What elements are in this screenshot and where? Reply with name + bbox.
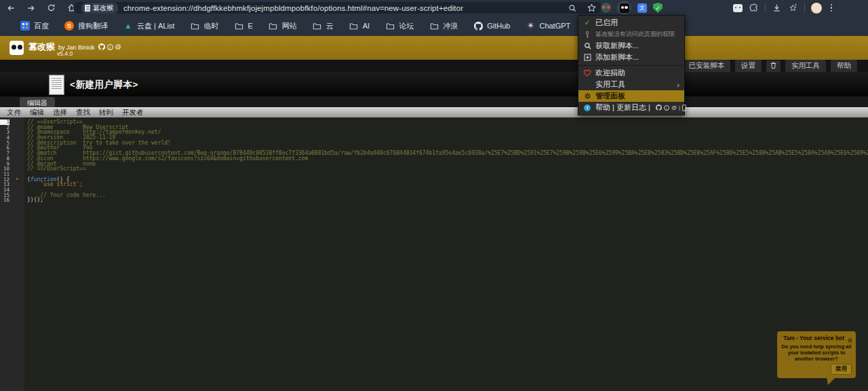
folder-icon <box>385 21 395 31</box>
editor-menu-查找[interactable]: 查找 <box>76 108 90 117</box>
folder-icon <box>313 21 322 31</box>
bookmark-item[interactable]: 论坛 <box>385 21 414 31</box>
nav-icons <box>5 0 77 16</box>
fold-margin <box>9 135 24 141</box>
code-editor[interactable]: 1// ==UserScript==2// @name New Userscri… <box>0 117 868 391</box>
menu-item-label: 欢迎捐助 <box>595 68 625 78</box>
bookmark-item[interactable]: 临时 <box>190 21 218 31</box>
editor-menu-选择[interactable]: 选择 <box>53 108 67 117</box>
tab-installed-scripts[interactable]: 已安装脚本 <box>683 60 731 72</box>
script-thumbnail-icon <box>49 75 64 95</box>
bookmark-item[interactable]: E <box>234 21 252 31</box>
code-line[interactable]: 11 <box>0 172 868 177</box>
fold-margin <box>9 156 24 162</box>
popup-disable-button[interactable]: 禁用 <box>831 364 852 375</box>
menu-item-add-new-script[interactable]: 添加新脚本... <box>578 52 684 63</box>
site-chip-label: 篡改猴 <box>93 3 113 13</box>
baidu-icon <box>20 21 30 31</box>
at-icon[interactable]: @ <box>115 43 121 50</box>
menu-item-help[interactable]: i帮助 | 更新日志 |i@| <box>578 102 684 113</box>
collections-star-icon[interactable] <box>788 3 798 13</box>
menu-item-label: 添加新脚本... <box>595 52 639 62</box>
bookmark-item[interactable]: ✳ChatGPT <box>526 21 570 31</box>
bookmark-star-icon[interactable] <box>587 3 597 13</box>
bookmark-item[interactable]: S搜狗翻译 <box>64 21 108 31</box>
bookmark-item[interactable]: 网站 <box>269 21 297 31</box>
menu-item-dashboard[interactable]: 管理面板 <box>578 90 684 102</box>
fold-margin <box>9 193 24 198</box>
code-line[interactable]: 13 'use strict'; <box>0 182 868 187</box>
shield-extension-icon[interactable]: ✓ <box>653 3 663 13</box>
menu-item-donate[interactable]: 欢迎捐助 <box>578 67 684 79</box>
info-circle-icon[interactable]: i <box>664 105 669 111</box>
page-tabs: 已安装脚本设置实用工具帮助 <box>668 60 858 72</box>
bookmark-label: 云盘 | AList <box>137 21 174 31</box>
popup-body: Do you need help syncing all your instal… <box>781 343 852 362</box>
line-number: 16 <box>0 198 9 203</box>
menu-item-label: 已启用 <box>595 18 618 28</box>
footer-link-icons[interactable]: i@| <box>656 105 686 111</box>
menu-item-label: 获取新脚本... <box>595 41 639 51</box>
avatar[interactable] <box>811 3 822 14</box>
menu-item-get-new-scripts[interactable]: 获取新脚本... <box>578 40 684 52</box>
code-line[interactable]: 5// @description try to take over the wo… <box>0 141 868 146</box>
editor-menu-文件[interactable]: 文件 <box>7 108 21 117</box>
popup-title: Tam - Your service bot <box>781 335 852 341</box>
editor-menu-编辑[interactable]: 编辑 <box>30 108 44 117</box>
search-icon <box>583 42 591 50</box>
code-line[interactable]: 14 <box>0 187 868 193</box>
info-circle-icon[interactable]: i <box>107 44 113 50</box>
bookmark-item[interactable]: ▲云盘 | AList <box>123 21 174 31</box>
code-line[interactable]: 9// @grant none <box>0 162 868 167</box>
mail-extension-icon[interactable] <box>733 4 743 12</box>
code-line[interactable]: 16})(); <box>0 198 868 203</box>
extensions-puzzle-icon[interactable] <box>749 3 759 13</box>
tab-utilities[interactable]: 实用工具 <box>785 60 826 72</box>
menu-item-enabled[interactable]: ✓已启用 <box>578 17 684 29</box>
bookmark-item[interactable]: AI <box>349 21 370 31</box>
omnibox[interactable]: 篡改猴 chrome-extension://dhdgffkkebhmkfjoj… <box>73 2 602 14</box>
zoom-icon[interactable] <box>567 3 577 13</box>
tab-settings[interactable]: 设置 <box>735 60 762 72</box>
tab-trash[interactable] <box>766 60 781 72</box>
tampermonkey-icon[interactable] <box>617 1 631 15</box>
code-line[interactable]: 12•(function() { <box>0 177 868 183</box>
bookmark-item[interactable]: 百度 <box>20 21 49 31</box>
folder-icon <box>190 21 199 31</box>
fold-margin <box>9 130 24 135</box>
bookmark-label: 临时 <box>203 21 218 31</box>
kebab-menu-icon[interactable] <box>828 4 835 12</box>
refresh-icon[interactable] <box>46 3 56 13</box>
fold-margin <box>9 119 24 125</box>
translate-extension-icon[interactable]: 文 <box>637 3 647 13</box>
download-icon[interactable] <box>772 3 782 13</box>
code-line[interactable]: 15 // Your code here... <box>0 193 868 198</box>
code-line[interactable]: 1// ==UserScript== <box>0 119 868 125</box>
sogou-icon: S <box>64 21 74 31</box>
editor-menu-转到[interactable]: 转到 <box>99 108 113 117</box>
popup-gear-icon[interactable] <box>847 334 853 346</box>
add-icon <box>583 54 591 61</box>
bookmark-item[interactable]: GitHub <box>473 21 510 31</box>
at-icon[interactable]: @ <box>671 105 677 111</box>
menu-item-utilities[interactable]: 实用工具› <box>578 79 684 90</box>
code-line[interactable]: 8// @icon https://www.google.com/s2/favi… <box>0 156 868 162</box>
menu-item-label: 实用工具 <box>595 79 625 90</box>
code-line[interactable]: 3// @namespace http://tampermonkey.net/ <box>0 130 868 135</box>
site-chip[interactable]: 篡改猴 <box>81 3 118 14</box>
github-icon[interactable] <box>98 41 105 53</box>
goggles-extension-icon[interactable] <box>601 3 611 13</box>
fold-margin <box>9 182 24 187</box>
gear-icon <box>583 92 591 100</box>
bookmark-label: ChatGPT <box>539 22 570 30</box>
url-text[interactable]: chrome-extension://dhdgffkkebhmkfjojejmp… <box>123 4 463 12</box>
fold-margin <box>9 151 24 156</box>
bookmark-item[interactable]: 冲浪 <box>429 21 458 31</box>
editor-menu-开发者[interactable]: 开发者 <box>122 108 144 117</box>
code-line[interactable]: 10// ==/UserScript== <box>0 166 868 172</box>
bookmark-item[interactable]: 云 <box>313 21 334 31</box>
version-label: v5.4.0 <box>57 50 73 57</box>
tab-help[interactable]: 帮助 <box>831 60 857 72</box>
back-icon[interactable] <box>5 3 16 13</box>
forward-icon[interactable] <box>26 3 36 13</box>
